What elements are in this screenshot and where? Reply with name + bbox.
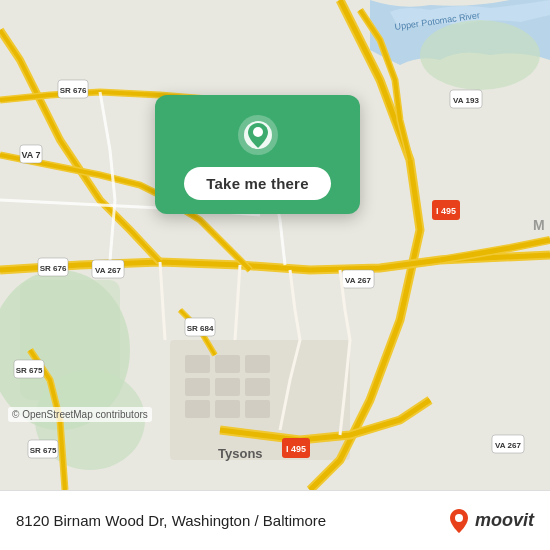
svg-rect-14 — [245, 400, 270, 418]
bottom-bar: 8120 Birnam Wood Dr, Washington / Baltim… — [0, 490, 550, 550]
moovit-pin-icon — [447, 507, 471, 535]
svg-rect-9 — [185, 378, 210, 396]
svg-text:VA 267: VA 267 — [495, 441, 521, 450]
location-pin-icon — [236, 113, 280, 157]
svg-text:I 495: I 495 — [286, 444, 306, 454]
svg-rect-10 — [215, 378, 240, 396]
svg-text:VA 193: VA 193 — [453, 96, 479, 105]
svg-text:SR 676: SR 676 — [40, 264, 67, 273]
svg-rect-6 — [185, 355, 210, 373]
svg-text:SR 676: SR 676 — [60, 86, 87, 95]
svg-point-46 — [253, 127, 263, 137]
svg-text:I 495: I 495 — [436, 206, 456, 216]
svg-text:Tysons: Tysons — [218, 446, 263, 461]
moovit-brand-text: moovit — [475, 510, 534, 531]
svg-text:SR 675: SR 675 — [30, 446, 57, 455]
svg-rect-11 — [245, 378, 270, 396]
svg-rect-8 — [245, 355, 270, 373]
location-card: Take me there — [155, 95, 360, 214]
take-me-there-button[interactable]: Take me there — [184, 167, 330, 200]
svg-rect-7 — [215, 355, 240, 373]
svg-rect-4 — [20, 280, 120, 400]
svg-text:SR 684: SR 684 — [187, 324, 214, 333]
map-container: SR 676 VA 7 SR 676 VA 193 I 495 VA 267 V… — [0, 0, 550, 490]
svg-text:VA 7: VA 7 — [21, 150, 40, 160]
svg-rect-13 — [215, 400, 240, 418]
svg-text:VA 267: VA 267 — [345, 276, 371, 285]
svg-text:M: M — [533, 217, 545, 233]
svg-rect-12 — [185, 400, 210, 418]
address-text: 8120 Birnam Wood Dr, Washington / Baltim… — [16, 512, 439, 529]
map-attribution: © OpenStreetMap contributors — [8, 407, 152, 422]
moovit-logo: moovit — [447, 507, 534, 535]
svg-point-47 — [455, 514, 463, 522]
svg-text:VA 267: VA 267 — [95, 266, 121, 275]
svg-text:SR 675: SR 675 — [16, 366, 43, 375]
svg-point-1 — [420, 20, 540, 90]
